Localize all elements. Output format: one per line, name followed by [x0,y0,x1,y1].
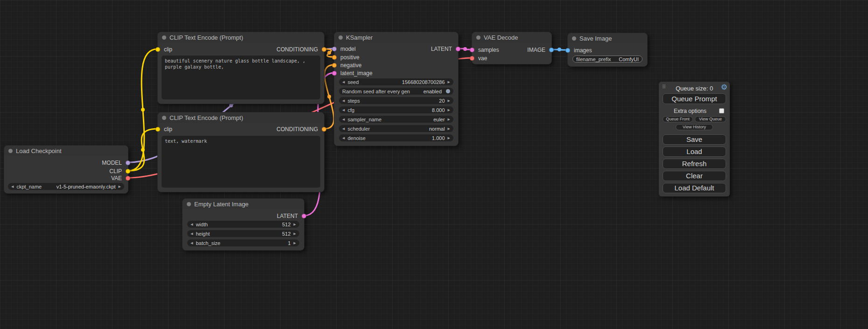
cfg-widget[interactable]: ◀ cfg 8.000 ▶ [339,106,453,113]
gear-icon[interactable]: ⚙ [721,83,727,91]
output-label: MODEL [102,159,122,167]
node-ksampler[interactable]: KSampler model LATENT positive negative … [334,32,459,146]
input-port-samples[interactable] [470,48,474,52]
input-label: clip [164,126,172,133]
node-title-bar[interactable]: KSampler [334,32,458,42]
wire-midpoint-dot [141,108,145,112]
output-port-image[interactable] [549,48,554,52]
decrement-arrow-icon[interactable]: ◀ [342,118,345,121]
steps-widget[interactable]: ◀ steps 20 ▶ [339,97,453,104]
node-title-bar[interactable]: Empty Latent Image [183,199,304,209]
input-port-latent-image[interactable] [332,71,337,76]
seed-widget[interactable]: ◀ seed 156680208700286 ▶ [339,78,453,85]
input-port-model[interactable] [332,47,337,51]
node-canvas[interactable]: Load Checkpoint MODEL CLIP VAE ◀ ckpt_na… [0,0,868,329]
queue-prompt-button[interactable]: Queue Prompt [663,93,726,104]
increment-arrow-icon[interactable]: ▶ [448,118,450,121]
wire-midpoint-dot [327,95,331,98]
node-vae-decode[interactable]: VAE Decode samples IMAGE vae [472,32,552,64]
increment-arrow-icon[interactable]: ▶ [448,99,450,103]
collapse-dot[interactable] [8,149,13,153]
input-label: positive [340,54,360,61]
decrement-arrow-icon[interactable]: ◀ [342,99,345,103]
input-port-images[interactable] [565,48,570,53]
output-port-conditioning[interactable] [322,47,326,52]
random-seed-toggle-widget[interactable]: Random seed after every gen enabled [339,88,453,95]
ckpt-name-widget[interactable]: ◀ ckpt_name v1-5-pruned-emaonly.ckpt ▶ [8,183,124,190]
collapse-dot[interactable] [476,35,480,40]
increment-arrow-icon[interactable]: ▶ [294,232,296,236]
output-port-latent[interactable] [456,47,460,51]
slot-row: LATENT [183,212,304,220]
node-load-checkpoint[interactable]: Load Checkpoint MODEL CLIP VAE ◀ ckpt_na… [4,145,128,194]
increment-arrow-icon[interactable]: ▶ [294,241,296,245]
node-title-bar[interactable]: Save Image [568,33,647,43]
input-port-clip[interactable] [155,47,160,52]
output-label: CLIP [109,168,122,175]
decrement-arrow-icon[interactable]: ◀ [342,80,345,84]
decrement-arrow-icon[interactable]: ◀ [191,232,193,236]
increment-arrow-icon[interactable]: ▶ [294,223,296,226]
widget-label: sampler_name [347,117,381,122]
extra-options-label: Extra options [659,108,721,114]
node-title: CLIP Text Encode (Prompt) [169,114,243,121]
load-default-button[interactable]: Load Default [663,183,726,193]
widget-column: ◀ seed 156680208700286 ▶ Random seed aft… [339,78,453,141]
decrement-arrow-icon[interactable]: ◀ [191,241,193,245]
node-empty-latent-image[interactable]: Empty Latent Image LATENT ◀ width 512 ▶ … [182,198,304,251]
decrement-arrow-icon[interactable]: ◀ [11,185,14,189]
collapse-dot[interactable] [339,35,343,40]
batch-size-widget[interactable]: ◀ batch_size 1 ▶ [187,239,299,246]
denoise-widget[interactable]: ◀ denoise 1.000 ▶ [339,134,453,141]
node-title-bar[interactable]: CLIP Text Encode (Prompt) [158,112,324,123]
node-save-image[interactable]: Save Image images filename_prefix ComfyU… [567,33,648,67]
collapse-dot[interactable] [162,35,166,40]
height-widget[interactable]: ◀ height 512 ▶ [187,230,299,237]
sampler-name-widget[interactable]: ◀ sampler_name euler ▶ [339,116,453,123]
clear-button[interactable]: Clear [663,171,726,181]
node-clip-text-encode-positive[interactable]: CLIP Text Encode (Prompt) clip CONDITION… [157,32,325,104]
increment-arrow-icon[interactable]: ▶ [448,80,450,84]
increment-arrow-icon[interactable]: ▶ [448,127,450,131]
scheduler-widget[interactable]: ◀ scheduler normal ▶ [339,125,453,132]
toggle-knob-icon[interactable] [446,89,450,93]
input-port-vae[interactable] [470,56,474,61]
decrement-arrow-icon[interactable]: ◀ [342,127,345,131]
output-slot-model: MODEL [4,159,128,167]
output-port-vae[interactable] [126,176,130,181]
view-history-button[interactable]: View History [676,124,713,130]
save-button[interactable]: Save [663,134,726,145]
refresh-button[interactable]: Refresh [663,159,726,169]
widget-value: v1-5-pruned-emaonly.ckpt [56,184,116,189]
view-queue-button[interactable]: View Queue [695,116,726,122]
width-widget[interactable]: ◀ width 512 ▶ [187,221,299,228]
output-port-clip[interactable] [126,169,130,174]
input-port-negative[interactable] [332,63,337,68]
load-button[interactable]: Load [663,147,726,157]
increment-arrow-icon[interactable]: ▶ [448,136,450,140]
extra-options-checkbox[interactable] [719,108,724,113]
node-title-bar[interactable]: CLIP Text Encode (Prompt) [158,32,324,42]
node-title-bar[interactable]: Load Checkpoint [4,146,128,156]
output-port-model[interactable] [126,161,130,165]
prompt-text-input[interactable]: text, watermark [162,136,320,188]
node-clip-text-encode-negative[interactable]: CLIP Text Encode (Prompt) clip CONDITION… [157,112,325,192]
filename-prefix-widget[interactable]: filename_prefix ComfyUI [572,56,642,63]
collapse-dot[interactable] [572,36,576,41]
decrement-arrow-icon[interactable]: ◀ [342,108,345,112]
decrement-arrow-icon[interactable]: ◀ [191,223,193,226]
input-port-clip[interactable] [155,127,160,132]
collapse-dot[interactable] [187,202,191,206]
prompt-text-input[interactable]: beautiful scenery nature glass bottle la… [162,56,320,99]
increment-arrow-icon[interactable]: ▶ [119,185,121,189]
output-port-latent[interactable] [302,214,306,218]
decrement-arrow-icon[interactable]: ◀ [342,136,345,140]
widget-label: width [196,222,208,227]
node-title-bar[interactable]: VAE Decode [472,32,551,42]
collapse-dot[interactable] [162,116,166,120]
queue-front-button[interactable]: Queue Front [663,116,693,122]
output-port-conditioning[interactable] [322,127,326,132]
input-port-positive[interactable] [332,55,337,60]
wire-midpoint-dot [557,48,561,51]
increment-arrow-icon[interactable]: ▶ [448,108,450,112]
